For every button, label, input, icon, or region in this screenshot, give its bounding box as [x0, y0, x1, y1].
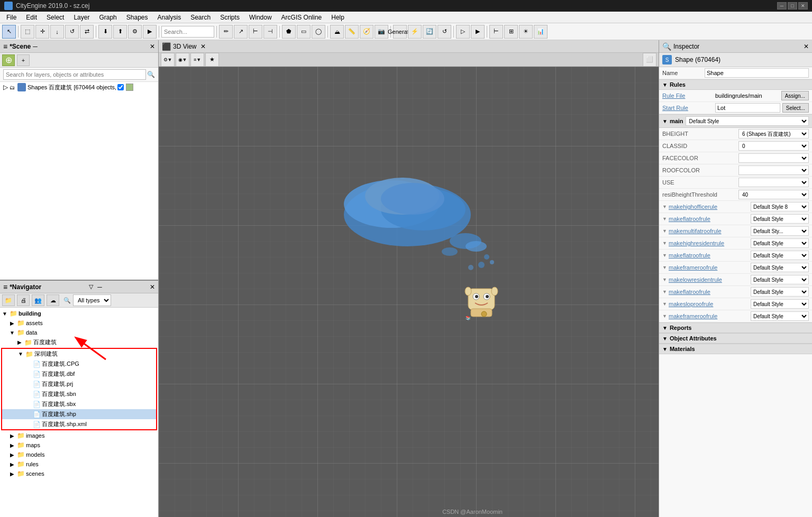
menu-graph[interactable]: Graph [95, 13, 121, 22]
menu-shapes[interactable]: Shapes [122, 13, 152, 22]
view-options-button[interactable]: ⚙▼ [161, 53, 175, 67]
menu-window[interactable]: Window [245, 13, 276, 22]
images-expand-icon[interactable]: ▶ [8, 433, 16, 439]
rect-button[interactable]: ▭ [297, 25, 311, 39]
tree-item-images[interactable]: ▶ 📁 images [1, 431, 157, 440]
menu-help[interactable]: Help [327, 13, 349, 22]
nav-folder-button[interactable]: 📁 [2, 294, 15, 306]
tree-item-rules[interactable]: ▶ 📁 rules [1, 459, 157, 469]
menu-search[interactable]: Search [186, 13, 215, 22]
view-bookmark-button[interactable]: ★ [205, 53, 219, 67]
reports-section-header[interactable]: ▼ Reports [659, 322, 812, 333]
tree-item-building[interactable]: ▼ 📁 building [1, 309, 157, 318]
mascon-label-7[interactable]: makelowresidentrule [669, 276, 751, 283]
sun-button[interactable]: ☀ [519, 25, 533, 39]
menu-analysis[interactable]: Analysis [153, 13, 185, 22]
mascon-select-3[interactable]: Default Sty... [751, 226, 809, 236]
use-select[interactable] [738, 178, 809, 187]
layer-visible-icon[interactable] [126, 84, 133, 91]
bheight-select[interactable]: 6 (Shapes 百度建筑) [738, 129, 809, 139]
mascon-label-10[interactable]: makeframeroofrule [669, 313, 751, 319]
mascon-label-8[interactable]: makeflatroofrule [669, 289, 751, 295]
tree-item-models[interactable]: ▶ 📁 models [1, 450, 157, 459]
tree-item-shp[interactable]: ▶ 📄 百度建筑.shp [2, 409, 156, 419]
tree-item-prj[interactable]: ▶ 📄 百度建筑.prj [2, 379, 156, 389]
search-field[interactable] [161, 26, 214, 38]
mascon-select-5[interactable]: Default Style [751, 251, 809, 260]
tree-item-shpxml[interactable]: ▶ 📄 百度建筑.shp.xml [2, 419, 156, 429]
3d-view-close-button[interactable]: ✕ [200, 43, 206, 50]
scene-minimize-button[interactable]: ─ [33, 43, 38, 50]
tree-item-assets[interactable]: ▶ 📁 assets [1, 318, 157, 328]
layer-item-shapes[interactable]: ▷ 🗂 Shapes 百度建筑 [670464 objects, [0, 82, 158, 93]
start-rule-input[interactable] [715, 103, 780, 113]
terrain-button[interactable]: ⛰ [330, 25, 344, 39]
menu-arcgis[interactable]: ArcGIS Online [277, 13, 326, 22]
mascon-select-6[interactable]: Default Style [751, 263, 809, 272]
mascon-select-7[interactable]: Default Style [751, 275, 809, 284]
start-rule-label[interactable]: Start Rule [662, 105, 715, 111]
tree-item-maps[interactable]: ▶ 📁 maps [1, 440, 157, 450]
assign-button[interactable]: Assign... [781, 91, 809, 100]
resibheight-select[interactable]: 40 [738, 190, 809, 199]
maximize-button[interactable]: □ [788, 2, 797, 10]
close-button[interactable]: ✕ [798, 2, 808, 10]
mascon-select-10[interactable]: Default Style [751, 311, 809, 321]
data-expand-icon[interactable]: ▼ [8, 330, 16, 336]
nav-close-button[interactable]: ✕ [150, 283, 155, 291]
inspector-close-button[interactable]: ✕ [804, 43, 809, 50]
tree-item-shenzhen-jz[interactable]: ▼ 📁 深圳建筑 [2, 349, 156, 359]
facecolor-select[interactable] [738, 153, 809, 163]
view-display-button[interactable]: ◉▼ [176, 53, 189, 67]
add-layer-button[interactable]: ⊕ [2, 54, 15, 66]
select-rect-button[interactable]: ⬚ [21, 25, 34, 39]
pointer-button[interactable]: ▷ [456, 25, 470, 39]
assets-expand-icon[interactable]: ▶ [8, 320, 16, 326]
models-expand-icon[interactable]: ▶ [8, 452, 16, 458]
menu-select[interactable]: Select [42, 13, 68, 22]
scene-close-button[interactable]: ✕ [150, 43, 155, 50]
menu-scripts[interactable]: Scripts [216, 13, 244, 22]
pen-tool-button[interactable]: ✏ [219, 25, 233, 39]
menu-layer[interactable]: Layer [69, 13, 94, 22]
ruler-button[interactable]: ⊢ [489, 25, 503, 39]
shenzhen-jz-expand-icon[interactable]: ▼ [17, 351, 24, 357]
classid-select[interactable]: 0 [738, 141, 809, 151]
nav-search-icon[interactable]: 🔍 [63, 297, 71, 304]
main-style-select[interactable]: Default Style [686, 116, 809, 126]
nav-cloud-button[interactable]: ☁ [47, 294, 59, 306]
generate-button[interactable]: Generate [393, 25, 407, 39]
import-button[interactable]: ⬇ [98, 25, 112, 39]
tree-item-dbf[interactable]: ▶ 📄 百度建筑.dbf [2, 369, 156, 379]
chart-button[interactable]: 📊 [534, 25, 548, 39]
nav-button[interactable]: ▶ [471, 25, 485, 39]
baidu-jz-expand-icon[interactable]: ▶ [16, 339, 23, 345]
type-filter-select[interactable]: All types [73, 294, 111, 306]
select-button[interactable]: Select... [782, 103, 809, 113]
tree-item-scenes[interactable]: ▶ 📁 scenes [1, 469, 157, 478]
tree-item-sbx[interactable]: ▶ 📄 百度建筑.sbx [2, 399, 156, 409]
rules-expand-icon[interactable]: ▶ [8, 461, 16, 467]
refresh-button[interactable]: 🔄 [423, 25, 436, 39]
mascon-label-5[interactable]: makeflatroofrule [669, 252, 751, 258]
name-input[interactable] [705, 68, 809, 78]
move-button[interactable]: ✛ [35, 25, 49, 39]
align-button[interactable]: ⊣ [263, 25, 277, 39]
main-section-header[interactable]: ▼ main Default Style [659, 114, 812, 128]
layer-checkbox[interactable] [117, 84, 124, 90]
rule-button[interactable]: ⚡ [408, 25, 422, 39]
scene-search-input[interactable] [3, 69, 146, 80]
move-down-button[interactable]: ↓ [50, 25, 64, 39]
camera-button[interactable]: 📷 [375, 25, 388, 39]
measure-button[interactable]: 📏 [345, 25, 359, 39]
tree-item-sbn[interactable]: ▶ 📄 百度建筑.sbn [2, 389, 156, 399]
mascon-select-8[interactable]: Default Style [751, 287, 809, 297]
nav-minimize-button[interactable]: ─ [97, 283, 102, 291]
object-attrs-section-header[interactable]: ▼ Object Attributes [659, 333, 812, 344]
rule-file-label[interactable]: Rule File [662, 93, 715, 99]
mascon-label-6[interactable]: makeframeroofrule [669, 264, 751, 271]
menu-file[interactable]: File [2, 13, 21, 22]
mascon-label-2[interactable]: makeflatroofrule [669, 216, 751, 222]
grid-button[interactable]: ⊞ [504, 25, 518, 39]
redo-button[interactable]: ⇄ [80, 25, 94, 39]
